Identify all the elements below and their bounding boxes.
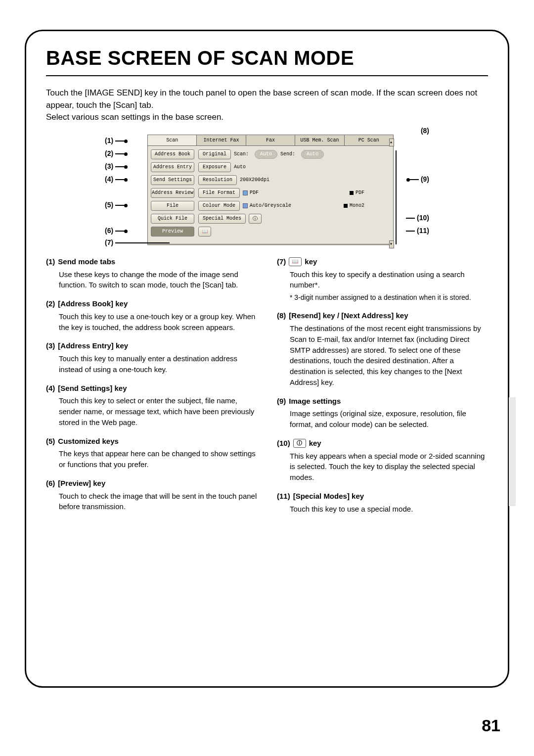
item-num: (8)	[277, 310, 286, 321]
item-title: key	[305, 256, 317, 267]
item-title: Send mode tabs	[58, 256, 115, 267]
search-number-button[interactable]: 📖	[198, 227, 211, 236]
item-title: [Resend] key / [Next Address] key	[289, 310, 408, 321]
send-label: Send:	[280, 151, 295, 157]
item-body: Touch this key to manually enter a desti…	[59, 353, 257, 375]
list-item: (9)Image settings Image settings (origin…	[277, 396, 488, 430]
list-item: (11)[Special Modes] key Touch this key t…	[277, 491, 488, 515]
right-column: (7) 📖 key Touch this key to specify a de…	[277, 256, 488, 522]
callout-4: (4)	[105, 175, 128, 183]
rail-line-9	[396, 150, 397, 244]
list-item: (2)[Address Book] key Touch this key to …	[46, 298, 257, 332]
item-num: (2)	[46, 298, 55, 309]
touch-panel: Scan Internet Fax Fax USB Mem. Scan PC S…	[147, 135, 394, 244]
callout-11: (11)	[406, 227, 429, 235]
item-body: Touch this key to select or enter the su…	[59, 395, 257, 427]
file-button[interactable]: File	[151, 201, 194, 211]
list-item: (3)[Address Entry] key Touch this key to…	[46, 340, 257, 375]
info-icon: ⓘ	[293, 439, 306, 448]
file-format-button[interactable]: File Format	[198, 188, 240, 198]
list-item: (10) ⓘ key This key appears when a speci…	[277, 438, 488, 483]
item-body: Touch this key to use a special mode.	[290, 504, 488, 515]
item-title: Customized keys	[58, 436, 119, 447]
list-item: (4)[Send Settings] key Touch this key to…	[46, 383, 257, 428]
file-format-right: PDF	[356, 190, 364, 195]
item-num: (9)	[277, 396, 286, 407]
item-num: (10)	[277, 438, 290, 449]
address-book-button[interactable]: Address Book	[151, 149, 194, 159]
item-body: The destinations of the most recent eigh…	[290, 323, 488, 388]
page-title: BASE SCREEN OF SCAN MODE	[46, 47, 488, 69]
item-title: [Preview] key	[58, 478, 105, 489]
item-num: (11)	[277, 491, 290, 502]
callout-7: (7)	[105, 238, 170, 246]
preview-button[interactable]: Preview	[151, 227, 194, 236]
tab-scan[interactable]: Scan	[148, 135, 197, 145]
item-num: (5)	[46, 436, 55, 447]
item-body: Touch this key to specify a destination …	[290, 269, 488, 291]
info-icon: ⓘ	[253, 215, 258, 222]
book-search-icon: 📖	[202, 229, 208, 235]
colour-mode-button[interactable]: Colour Mode	[198, 201, 240, 211]
resolution-button[interactable]: Resolution	[198, 175, 237, 185]
left-column: (1)Send mode tabs Use these keys to chan…	[46, 256, 257, 522]
item-title: [Special Modes] key	[293, 491, 364, 502]
send-mode-tabs: Scan Internet Fax Fax USB Mem. Scan PC S…	[148, 135, 393, 146]
scan-value: Auto	[255, 150, 277, 159]
item-title: key	[309, 438, 321, 449]
book-search-icon: 📖	[289, 257, 302, 266]
flag-icon-2	[344, 204, 348, 208]
tab-internet-fax[interactable]: Internet Fax	[197, 135, 246, 145]
exposure-button[interactable]: Exposure	[198, 162, 231, 172]
colour-mode-right: Mono2	[350, 203, 364, 208]
section-side-tab	[509, 397, 516, 506]
item-num: (6)	[46, 478, 55, 489]
original-button[interactable]: Original	[198, 149, 231, 159]
screen-diagram: (1) (2) (3) (4) (5) (6) (7) (8) (9) (10)…	[109, 135, 425, 244]
page-number: 81	[482, 716, 500, 735]
item-num: (1)	[46, 256, 55, 267]
item-body: Touch to check the image that will be se…	[59, 491, 257, 513]
tab-pc-scan[interactable]: PC Scan	[345, 135, 393, 145]
resolution-value: 200X200dpi	[240, 177, 269, 183]
item-title: [Send Settings] key	[58, 383, 127, 394]
item-body: Image settings (original size, exposure,…	[290, 408, 488, 430]
callout-10: (10)	[406, 214, 429, 222]
item-body: Use these keys to change the mode of the…	[59, 269, 257, 291]
item-title: [Address Book] key	[58, 298, 128, 309]
item-title: Image settings	[289, 396, 341, 407]
list-item: (7) 📖 key Touch this key to specify a de…	[277, 256, 488, 303]
scroll-down[interactable]: ▾	[389, 240, 394, 248]
quick-file-button[interactable]: Quick File	[151, 214, 194, 224]
send-settings-button[interactable]: Send Settings	[151, 175, 194, 185]
description-columns: (1)Send mode tabs Use these keys to chan…	[46, 256, 488, 522]
tab-fax[interactable]: Fax	[246, 135, 295, 145]
list-item: (6)[Preview] key Touch to check the imag…	[46, 478, 257, 512]
item-footnote: * 3-digit number assigned to a destinati…	[290, 292, 488, 302]
callout-6: (6)	[105, 227, 128, 235]
list-item: (8)[Resend] key / [Next Address] key The…	[277, 310, 488, 387]
list-item: (5)Customized keys The keys that appear …	[46, 436, 257, 470]
item-num: (7)	[277, 256, 286, 267]
item-body: This key appears when a special mode or …	[290, 451, 488, 483]
item-num: (4)	[46, 383, 55, 394]
tab-usb-mem-scan[interactable]: USB Mem. Scan	[295, 135, 344, 145]
callout-5: (5)	[105, 201, 128, 209]
colour-mode-left: Auto/Greyscale	[250, 203, 291, 208]
address-review-button[interactable]: Address Review	[151, 188, 194, 198]
list-item: (1)Send mode tabs Use these keys to chan…	[46, 256, 257, 290]
file-format-left: PDF	[250, 190, 259, 195]
callout-8: (8)	[421, 127, 429, 135]
item-num: (3)	[46, 340, 55, 351]
special-modes-button[interactable]: Special Modes	[198, 214, 246, 224]
scroll-up[interactable]: ▴	[389, 139, 394, 146]
page-frame: BASE SCREEN OF SCAN MODE Touch the [IMAG…	[25, 30, 509, 688]
exposure-value: Auto	[234, 164, 246, 170]
flag-icon	[350, 191, 354, 195]
callout-2: (2)	[105, 149, 128, 157]
address-entry-button[interactable]: Address Entry	[151, 162, 194, 172]
callout-9: (9)	[406, 175, 429, 183]
special-modes-info-button[interactable]: ⓘ	[249, 214, 262, 224]
callout-1: (1)	[105, 137, 128, 144]
callout-3: (3)	[105, 162, 128, 170]
